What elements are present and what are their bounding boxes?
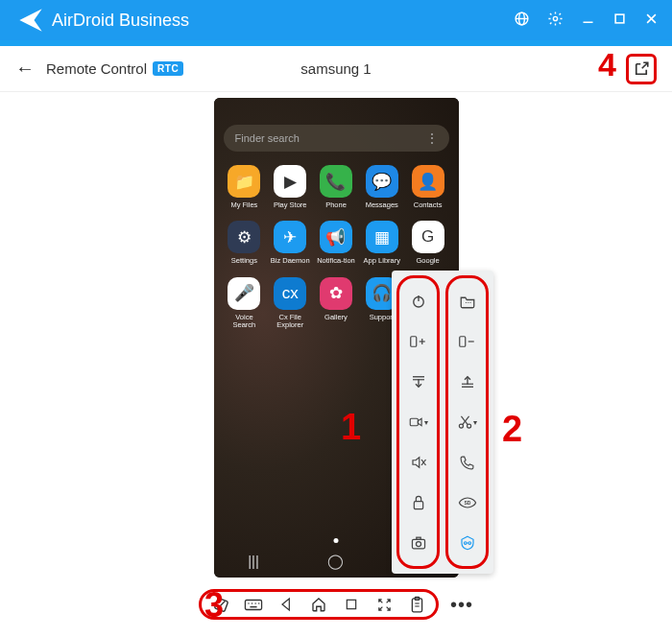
app-item[interactable]: ⚙Settings xyxy=(224,221,266,265)
nav-recent-icon[interactable] xyxy=(342,595,361,614)
app-label: Cx File Explorer xyxy=(270,314,310,330)
svg-point-36 xyxy=(464,542,467,545)
app-label: Play Store xyxy=(274,201,307,209)
app-icon: 💬 xyxy=(366,165,398,198)
minimize-icon[interactable] xyxy=(581,12,595,30)
bottom-toolbar: ••• xyxy=(193,585,479,624)
svg-rect-20 xyxy=(412,539,424,548)
app-item[interactable]: 📢Notifica-tion xyxy=(315,221,357,265)
app-item[interactable]: ▶Play Store xyxy=(269,165,311,209)
recent-apps-icon[interactable]: ||| xyxy=(248,553,259,570)
clipboard-icon[interactable] xyxy=(407,595,426,614)
svg-point-23 xyxy=(468,302,468,303)
app-label: Support xyxy=(370,314,395,321)
maximize-icon[interactable] xyxy=(612,12,627,30)
app-item[interactable]: 🎤Voice Search xyxy=(224,277,266,330)
svg-rect-46 xyxy=(250,605,256,606)
volume-up-icon[interactable] xyxy=(409,332,428,351)
popout-button[interactable] xyxy=(631,59,652,80)
app-label: Gallery xyxy=(324,314,348,321)
app-item[interactable]: 👤Contacts xyxy=(407,165,449,209)
app-item[interactable]: ✿Gallery xyxy=(315,277,357,330)
svg-rect-26 xyxy=(459,337,465,347)
app-item[interactable]: ✈Biz Daemon xyxy=(269,221,311,265)
app-item[interactable]: 📞Phone xyxy=(315,165,357,209)
app-label: My Files xyxy=(230,201,257,209)
swipe-down-icon[interactable] xyxy=(409,372,428,391)
svg-point-37 xyxy=(468,542,470,545)
volume-down-icon[interactable] xyxy=(458,332,477,351)
app-icon: ▦ xyxy=(366,221,398,253)
svg-point-21 xyxy=(416,542,420,547)
annotation-2: 2 xyxy=(502,409,522,450)
app-item[interactable]: cxCx File Explorer xyxy=(269,277,311,330)
mute-icon[interactable] xyxy=(409,453,428,472)
svg-point-25 xyxy=(465,302,466,303)
rtc-badge: RTC xyxy=(153,61,183,76)
app-icon: 🎤 xyxy=(228,277,260,310)
finder-search[interactable]: Finder search ⋮ xyxy=(224,125,449,152)
app-icon: ✿ xyxy=(320,277,352,310)
device-name: samsung 1 xyxy=(300,60,371,77)
app-label: Biz Daemon xyxy=(271,257,310,265)
app-item[interactable]: 💬Messages xyxy=(361,165,403,209)
svg-rect-47 xyxy=(347,600,355,608)
swipe-up-icon[interactable] xyxy=(458,372,477,391)
record-icon[interactable]: ▾ xyxy=(409,413,428,432)
app-item[interactable]: 📁My Files xyxy=(224,165,266,209)
svg-rect-22 xyxy=(416,537,420,539)
app-label: Notifica-tion xyxy=(317,257,355,265)
svg-text:SD: SD xyxy=(464,500,470,506)
search-menu-icon[interactable]: ⋮ xyxy=(425,130,438,146)
annotation-1: 1 xyxy=(341,407,361,448)
svg-point-42 xyxy=(248,602,249,603)
app-title: AirDroid Business xyxy=(52,11,514,31)
app-label: Google xyxy=(416,257,439,265)
camera-icon[interactable] xyxy=(409,533,428,553)
app-icon: 👤 xyxy=(412,165,444,198)
app-icon: cx xyxy=(274,277,306,310)
side-column-2: ▾ SD xyxy=(445,275,489,569)
app-icon: ✈ xyxy=(274,221,306,253)
app-label: App Library xyxy=(364,257,400,265)
app-icon: ⚙ xyxy=(228,221,260,253)
svg-rect-10 xyxy=(410,337,416,347)
app-icon: ▶ xyxy=(274,165,306,198)
close-icon[interactable] xyxy=(644,12,659,30)
lock-icon[interactable] xyxy=(409,493,428,512)
side-column-1: ▾ xyxy=(396,275,440,569)
app-label: Settings xyxy=(231,257,257,265)
search-placeholder: Finder search xyxy=(235,132,300,144)
more-icon[interactable]: ••• xyxy=(450,600,473,609)
cut-icon[interactable]: ▾ xyxy=(458,413,477,432)
svg-rect-19 xyxy=(414,502,422,509)
app-label: Phone xyxy=(325,201,347,209)
quality-icon[interactable]: SD xyxy=(458,493,477,512)
section-title: Remote Control xyxy=(46,60,147,77)
app-icon: 📁 xyxy=(228,165,260,198)
app-label: Messages xyxy=(366,201,398,209)
svg-point-44 xyxy=(254,602,255,603)
power-icon[interactable] xyxy=(409,292,428,311)
svg-rect-5 xyxy=(615,14,624,23)
fullscreen-icon[interactable] xyxy=(374,595,394,614)
incognito-icon[interactable] xyxy=(458,533,477,553)
files-icon[interactable] xyxy=(458,292,477,311)
app-item[interactable]: ▦App Library xyxy=(361,221,403,265)
svg-line-33 xyxy=(462,416,468,425)
annotation-4: 4 xyxy=(598,46,616,83)
call-icon[interactable] xyxy=(458,453,477,472)
svg-point-45 xyxy=(258,602,259,603)
home-icon[interactable]: ◯ xyxy=(327,553,344,570)
back-arrow-icon[interactable]: ← xyxy=(15,58,35,80)
app-icon: 📢 xyxy=(320,221,352,253)
keyboard-icon[interactable] xyxy=(244,595,263,614)
gear-icon[interactable] xyxy=(547,11,564,31)
title-bar: AirDroid Business xyxy=(0,0,672,40)
nav-home-icon[interactable] xyxy=(309,595,328,614)
globe-icon[interactable] xyxy=(514,11,530,31)
app-item[interactable]: GGoogle xyxy=(407,221,449,265)
app-icon: 📞 xyxy=(320,165,352,198)
nav-back-icon[interactable] xyxy=(276,595,296,614)
pager-dot xyxy=(334,538,339,543)
